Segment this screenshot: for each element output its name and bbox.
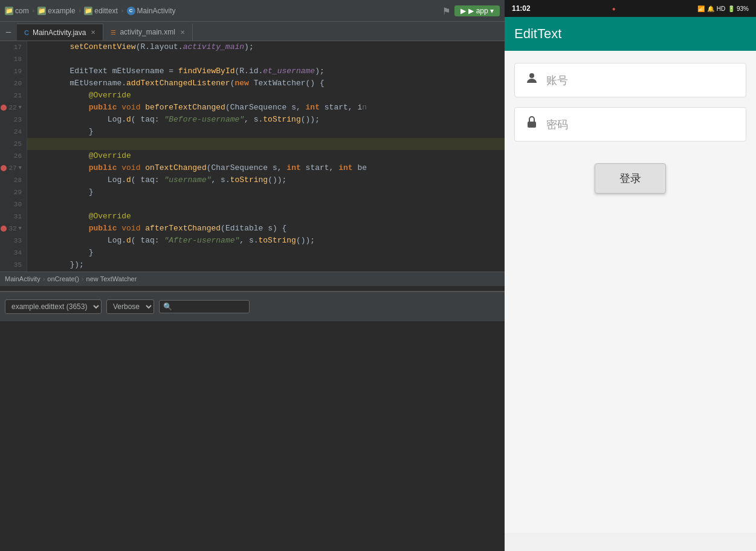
run-icon: ▶ (460, 7, 466, 15)
wifi-icon: 🔔 (707, 5, 714, 12)
tab-mainactivity-label: MainActivity.java (33, 28, 86, 37)
status-icons: 📶 🔔 HD 🔋 93% (697, 5, 749, 12)
user-icon (525, 71, 539, 90)
xml-icon: ☰ (111, 29, 116, 36)
line-gutter: 17 18 19 20 21 22▼ 23 24 25 26 27▼ 28 29… (0, 41, 27, 272)
breadcrumb-edittext-label: edittext (94, 7, 118, 15)
login-button[interactable]: 登录 (595, 163, 666, 194)
code-line-29: } (27, 186, 505, 198)
code-line-26: @Override (27, 150, 505, 162)
phone-panel: 11:02 ● 📶 🔔 HD 🔋 93% EditText 账号 (505, 0, 756, 551)
run-button[interactable]: ▶ ▶ app ▾ (454, 5, 500, 16)
package-icon: 📁 (5, 7, 13, 15)
log-level-dropdown[interactable]: Verbose (106, 299, 154, 314)
lock-icon (525, 115, 539, 134)
notification-dot: ● (612, 5, 616, 12)
line-25: 25 (0, 138, 27, 150)
line-20: 20 (0, 77, 27, 90)
line-27: 27▼ (0, 162, 27, 174)
status-time: 11:02 (512, 4, 531, 13)
password-placeholder: 密码 (546, 117, 736, 132)
bottom-bc-mainactivity: MainActivity (5, 275, 40, 282)
breadcrumb-bar: 📁 com › 📁 example › 📁 edittext › C MainA… (0, 0, 505, 22)
close-tab-mainactivity[interactable]: ✕ (91, 29, 95, 36)
line-29: 29 (0, 186, 27, 198)
class-icon: C (127, 7, 135, 15)
code-editor[interactable]: 17 18 19 20 21 22▼ 23 24 25 26 27▼ 28 29… (0, 41, 505, 272)
bottom-sep-1: › (43, 275, 45, 282)
breadcrumb-sep-2: › (78, 7, 82, 15)
username-input-row[interactable]: 账号 (514, 63, 746, 97)
line-28: 28 (0, 174, 27, 186)
line-26: 26 (0, 150, 27, 162)
log-area (0, 321, 505, 552)
phone-title-bar: EditText (505, 17, 756, 51)
code-line-18 (27, 53, 505, 65)
password-input-row[interactable]: 密码 (514, 107, 746, 142)
code-line-31: @Override (27, 210, 505, 223)
phone-bottom (505, 533, 756, 551)
breadcrumb-sep-3: › (120, 7, 124, 15)
code-line-17: setContentView(R.layout.activity_main); (27, 41, 505, 53)
run-label: ▶ app ▾ (468, 7, 494, 15)
line-33: 33 (0, 235, 27, 247)
log-search-input[interactable] (159, 300, 250, 313)
breadcrumb-edittext[interactable]: 📁 edittext (84, 7, 118, 15)
tab-xml-label: activity_main.xml (120, 28, 175, 36)
filter-package-dropdown[interactable]: example.edittext (3653) (5, 299, 102, 314)
code-line-21: @Override (27, 90, 505, 102)
line-22: 22▼ (0, 102, 27, 114)
line-32: 32▼ (0, 223, 27, 235)
line-21: 21 (0, 90, 27, 102)
breadcrumb-com-label: com (15, 7, 29, 15)
code-line-27: public void onTextChanged(CharSequence s… (27, 162, 505, 174)
breadcrumb-sep-1: › (31, 7, 36, 15)
breadcrumb-example-label: example (48, 7, 75, 15)
line-35: 35 (0, 259, 27, 271)
breadcrumb-mainactivity-label: MainActivity (137, 7, 176, 15)
bottom-bc-oncreate: onCreate() (47, 275, 79, 282)
bottom-breadcrumb: MainActivity › onCreate() › new TextWatc… (0, 272, 505, 286)
breadcrumb-example[interactable]: 📁 example (37, 7, 75, 15)
sidebar-toggle-button[interactable]: — (0, 24, 17, 41)
line-24: 24 (0, 126, 27, 138)
svg-point-0 (529, 73, 534, 78)
line-31: 31 (0, 210, 27, 223)
line-17: 17 (0, 41, 27, 53)
code-line-34: } (27, 247, 505, 259)
code-line-33: Log.d( taq: "After-username", s.toString… (27, 235, 505, 247)
code-line-24: } (27, 126, 505, 138)
battery-icon: 🔋 93% (728, 5, 749, 12)
bottom-bc-textwatcher: new TextWatcher (86, 275, 137, 282)
login-btn-area: 登录 (514, 163, 746, 194)
code-area[interactable]: setContentView(R.layout.activity_main); … (27, 41, 505, 272)
tab-mainactivity-java[interactable]: C MainActivity.java ✕ (17, 24, 103, 41)
bottom-sep-2: › (82, 275, 84, 282)
code-line-32: public void afterTextChanged(Editable s)… (27, 223, 505, 235)
line-19: 19 (0, 65, 27, 77)
line-23: 23 (0, 114, 27, 126)
java-icon: C (24, 29, 29, 36)
code-line-30 (27, 198, 505, 210)
code-line-35: }); (27, 259, 505, 271)
git-icon: ⚑ (443, 4, 450, 18)
breadcrumb-com[interactable]: 📁 com (5, 7, 29, 15)
tab-activity-main-xml[interactable]: ☰ activity_main.xml ✕ (103, 24, 192, 41)
line-34: 34 (0, 247, 27, 259)
svg-rect-1 (528, 122, 536, 128)
code-lines: setContentView(R.layout.activity_main); … (27, 41, 505, 272)
code-line-28: Log.d( taq: "username", s.toString()); (27, 174, 505, 186)
username-placeholder: 账号 (546, 73, 736, 88)
ide-panel: 📁 com › 📁 example › 📁 edittext › C MainA… (0, 0, 505, 551)
code-line-22: public void beforeTextChanged(CharSequen… (27, 102, 505, 114)
code-line-23: Log.d( taq: "Before-username", s.toStrin… (27, 114, 505, 126)
breadcrumb-mainactivity[interactable]: C MainActivity (127, 7, 176, 15)
line-18: 18 (0, 53, 27, 65)
code-line-19: EditText mEtUsername = findViewById(R.id… (27, 65, 505, 77)
close-tab-xml[interactable]: ✕ (180, 29, 185, 36)
signal-icon: 📶 (697, 5, 705, 12)
code-line-25 (27, 138, 505, 150)
tab-bar: — C MainActivity.java ✕ ☰ activity_main.… (0, 22, 505, 41)
phone-status-bar: 11:02 ● 📶 🔔 HD 🔋 93% (505, 0, 756, 17)
phone-content: 账号 密码 登录 (505, 51, 756, 533)
